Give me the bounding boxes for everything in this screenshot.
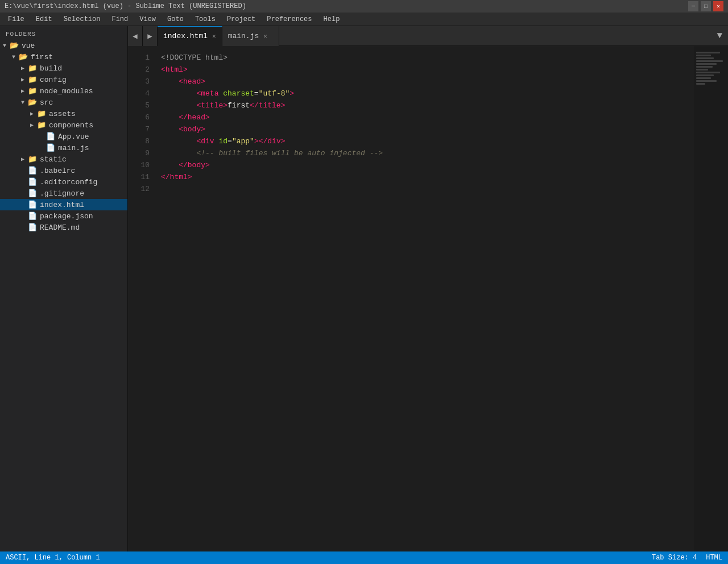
file-icon: 📄 — [27, 212, 38, 221]
status-right: Tab Size: 4 HTML — [652, 554, 722, 562]
menu-bar: FileEditSelectionFindViewGotoToolsProjec… — [0, 13, 728, 26]
tab-close-button[interactable]: ✕ — [263, 32, 267, 40]
minimize-button[interactable]: ─ — [688, 1, 698, 11]
folder-icon: 📁 — [36, 121, 47, 130]
file-icon: 📄 — [46, 143, 56, 152]
tree-label: .gitignore — [40, 189, 84, 198]
code-line — [156, 183, 694, 195]
tree-label: package.json — [40, 212, 93, 221]
tree-arrow-icon: ▶ — [27, 110, 36, 117]
tree-item-components[interactable]: ▶📁components — [0, 119, 127, 131]
tree-label: App.vue — [58, 132, 89, 141]
line-number: 4 — [128, 88, 156, 99]
tree-item-build[interactable]: ▶📁build — [0, 63, 127, 74]
sidebar: FOLDERS ▼📂vue▼📂first▶📁build▶📁config▶📁nod… — [0, 26, 128, 551]
main-layout: FOLDERS ▼📂vue▼📂first▶📁build▶📁config▶📁nod… — [0, 26, 728, 551]
file-icon: 📄 — [27, 223, 38, 232]
tab-prev-button[interactable]: ◀ — [128, 26, 143, 46]
file-icon: 📄 — [27, 189, 38, 198]
folder-icon: 📁 — [36, 109, 47, 118]
menu-item-help[interactable]: Help — [318, 14, 346, 25]
minimap — [694, 46, 728, 551]
menu-item-project[interactable]: Project — [221, 14, 261, 25]
tree-label: first — [31, 53, 53, 61]
code-content[interactable]: <!DOCTYPE html><html> <head> <meta chars… — [156, 46, 694, 551]
tree-item-package-json[interactable]: 📄package.json — [0, 210, 127, 222]
tree-label: config — [40, 76, 67, 84]
tree-item-src[interactable]: ▼📂src — [0, 97, 127, 108]
tree-item-App-vue[interactable]: 📄App.vue — [0, 131, 127, 142]
tree-item-README-md[interactable]: 📄README.md — [0, 222, 127, 233]
code-line: <div id="app"></div> — [156, 135, 694, 147]
code-line: <head> — [156, 76, 694, 88]
title-text: E:\vue\first\index.html (vue) - Sublime … — [5, 2, 246, 10]
folder-icon: 📂 — [27, 98, 38, 107]
status-tab-size: Tab Size: 4 — [652, 554, 697, 562]
tree-label: README.md — [40, 223, 80, 232]
file-icon: 📄 — [46, 132, 56, 141]
sidebar-header: FOLDERS — [0, 26, 127, 40]
tab-main-js[interactable]: main.js✕ — [222, 26, 279, 46]
tree-item--editorconfig[interactable]: 📄.editorconfig — [0, 176, 127, 188]
folder-icon: 📁 — [27, 64, 38, 73]
tab-dropdown-button[interactable]: ▼ — [711, 31, 728, 41]
tree-label: index.html — [40, 201, 84, 209]
tab-label: main.js — [228, 32, 259, 40]
tab-index-html[interactable]: index.html✕ — [158, 26, 222, 46]
maximize-button[interactable]: □ — [701, 1, 711, 11]
line-number: 5 — [128, 99, 156, 111]
menu-item-view[interactable]: View — [134, 14, 162, 25]
status-bar: ASCII, Line 1, Column 1 Tab Size: 4 HTML — [0, 551, 728, 564]
tab-next-button[interactable]: ▶ — [143, 26, 158, 46]
tree-item--gitignore[interactable]: 📄.gitignore — [0, 188, 127, 199]
menu-item-selection[interactable]: Selection — [58, 14, 106, 25]
line-number: 7 — [128, 123, 156, 135]
code-line: <title>first</title> — [156, 99, 694, 111]
editor-area: ◀ ▶ index.html✕main.js✕ ▼ 12345678910111… — [128, 26, 728, 551]
folder-icon: 📂 — [18, 52, 28, 61]
menu-item-tools[interactable]: Tools — [189, 14, 221, 25]
file-tree: ▼📂vue▼📂first▶📁build▶📁config▶📁node_module… — [0, 40, 127, 233]
file-icon: 📄 — [27, 200, 38, 209]
folder-icon: 📁 — [27, 155, 38, 164]
code-line: </html> — [156, 171, 694, 183]
line-number: 1 — [128, 52, 156, 64]
tree-arrow-icon: ▶ — [18, 156, 27, 163]
close-button[interactable]: ✕ — [713, 1, 723, 11]
menu-item-file[interactable]: File — [2, 14, 30, 25]
tree-label: static — [40, 155, 67, 164]
tree-item-main-js[interactable]: 📄main.js — [0, 142, 127, 154]
menu-item-edit[interactable]: Edit — [30, 14, 58, 25]
tab-close-button[interactable]: ✕ — [212, 32, 216, 40]
tree-item-assets[interactable]: ▶📁assets — [0, 108, 127, 119]
title-controls: ─ □ ✕ — [688, 1, 723, 11]
tree-label: src — [40, 98, 53, 107]
tree-label: .editorconfig — [40, 178, 97, 186]
tree-item-first[interactable]: ▼📂first — [0, 51, 127, 63]
tree-item-index-html[interactable]: 📄index.html — [0, 199, 127, 210]
title-bar: E:\vue\first\index.html (vue) - Sublime … — [0, 0, 728, 13]
tab-label: index.html — [163, 32, 208, 40]
menu-item-preferences[interactable]: Preferences — [261, 14, 317, 25]
tree-item--babelrc[interactable]: 📄.babelrc — [0, 165, 127, 176]
line-number: 11 — [128, 171, 156, 183]
code-line: </head> — [156, 111, 694, 123]
menu-item-find[interactable]: Find — [106, 14, 134, 25]
line-number: 9 — [128, 147, 156, 159]
folder-icon: 📁 — [27, 86, 38, 96]
tree-arrow-icon: ▶ — [27, 122, 36, 128]
file-icon: 📄 — [27, 177, 38, 186]
tree-label: .babelrc — [40, 167, 75, 175]
tabs-container: index.html✕main.js✕ — [158, 26, 711, 46]
tree-item-vue[interactable]: ▼📂vue — [0, 40, 127, 51]
code-line: </body> — [156, 159, 694, 171]
tree-item-config[interactable]: ▶📁config — [0, 74, 127, 85]
tree-label: vue — [22, 42, 35, 50]
code-line: <body> — [156, 123, 694, 135]
tree-label: build — [40, 64, 62, 73]
code-line: <!-- built files will be auto injected -… — [156, 147, 694, 159]
menu-item-goto[interactable]: Goto — [162, 14, 189, 25]
code-editor[interactable]: 123456789101112 <!DOCTYPE html><html> <h… — [128, 46, 728, 551]
tree-item-static[interactable]: ▶📁static — [0, 154, 127, 165]
tree-item-node_modules[interactable]: ▶📁node_modules — [0, 85, 127, 97]
